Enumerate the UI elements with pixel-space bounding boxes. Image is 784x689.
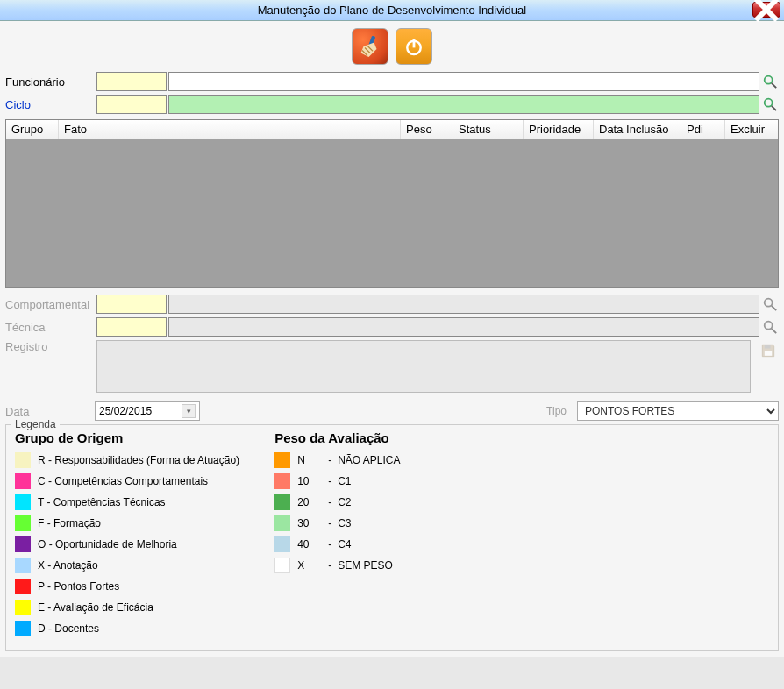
- color-swatch: [15, 515, 31, 531]
- legend-item-label: E - Avaliação de Eficácia: [38, 601, 153, 614]
- clean-button[interactable]: [352, 28, 388, 65]
- color-swatch: [274, 558, 290, 573]
- ciclo-row: Ciclo: [5, 95, 779, 114]
- legend-peso-item: 20-C2: [274, 494, 400, 510]
- search-icon: [762, 319, 778, 335]
- col-prioridade[interactable]: Prioridade: [524, 120, 594, 139]
- search-icon: [762, 296, 778, 312]
- funcionario-search-button[interactable]: [761, 72, 779, 91]
- color-swatch: [15, 473, 31, 489]
- peso-code: N: [297, 454, 322, 466]
- col-grupo[interactable]: Grupo: [6, 120, 59, 139]
- svg-line-4: [772, 83, 776, 88]
- comportamental-code-input[interactable]: [96, 295, 167, 314]
- color-swatch: [274, 536, 290, 552]
- save-button[interactable]: [758, 340, 779, 361]
- calendar-dropdown-icon[interactable]: ▾: [182, 404, 196, 418]
- legend-item-label: C - Competências Comportamentais: [38, 475, 208, 487]
- col-fato[interactable]: Fato: [59, 120, 401, 139]
- col-pdi[interactable]: Pdi: [681, 120, 725, 139]
- legend-item-label: R - Responsabilidades (Forma de Atuação): [38, 454, 239, 466]
- tecnica-name-input: [168, 317, 759, 337]
- ciclo-label: Ciclo: [5, 98, 95, 111]
- color-swatch: [274, 473, 290, 489]
- broom-icon: [357, 33, 383, 60]
- registro-textarea: [96, 340, 751, 393]
- col-excluir[interactable]: Excluir: [725, 120, 778, 139]
- tecnica-search-button[interactable]: [761, 317, 779, 337]
- tipo-label: Tipo: [546, 405, 567, 417]
- col-data-inclusao[interactable]: Data Inclusão: [594, 120, 681, 139]
- svg-line-8: [772, 306, 776, 310]
- funcionario-label: Funcionário: [5, 75, 95, 89]
- tecnica-code-input[interactable]: [96, 317, 167, 337]
- legend-origem-item: O - Oportunidade de Melhoria: [15, 536, 239, 552]
- registro-row: Registro: [5, 340, 779, 393]
- legend-box: Legenda Grupo de Origem R - Responsabili…: [5, 424, 779, 651]
- peso-label: C2: [338, 496, 351, 508]
- color-swatch: [15, 558, 31, 573]
- legend-item-label: X - Anotação: [38, 559, 98, 572]
- toolbar: [5, 25, 779, 72]
- funcionario-code-input[interactable]: [96, 72, 167, 91]
- color-swatch: [274, 452, 290, 468]
- peso-code: 40: [297, 538, 322, 550]
- color-swatch: [15, 452, 31, 468]
- color-swatch: [15, 536, 31, 552]
- legend-origem-item: R - Responsabilidades (Forma de Atuação): [15, 452, 239, 468]
- power-button[interactable]: [396, 28, 432, 65]
- legend-origem-item: F - Formação: [15, 515, 239, 531]
- color-swatch: [15, 600, 31, 615]
- registro-label: Registro: [5, 340, 95, 353]
- legend-peso-item: 40-C4: [274, 536, 400, 552]
- peso-label: NÃO APLICA: [338, 454, 400, 466]
- color-swatch: [274, 494, 290, 510]
- ciclo-code-input[interactable]: [96, 95, 167, 114]
- data-grid[interactable]: Grupo Fato Peso Status Prioridade Data I…: [5, 119, 779, 288]
- data-label: Data: [5, 405, 95, 418]
- legend-origem-item: D - Docentes: [15, 621, 239, 636]
- legend-peso-item: N-NÃO APLICA: [274, 452, 400, 468]
- funcionario-name-input[interactable]: [168, 72, 759, 91]
- bottom-row: Data 25/02/2015 ▾ Tipo PONTOS FORTES: [5, 401, 779, 421]
- color-swatch: [15, 494, 31, 510]
- tecnica-row: Técnica: [5, 317, 779, 337]
- comportamental-search-button[interactable]: [761, 295, 779, 314]
- dash: -: [322, 496, 338, 508]
- grid-header: Grupo Fato Peso Status Prioridade Data I…: [6, 120, 778, 139]
- legend-columns: Grupo de Origem R - Responsabilidades (F…: [15, 430, 769, 642]
- legend-peso-item: 30-C3: [274, 515, 400, 531]
- tipo-select[interactable]: PONTOS FORTES: [577, 401, 779, 421]
- dash: -: [322, 559, 338, 572]
- peso-label: C1: [338, 475, 351, 487]
- legend-item-label: T - Competências Técnicas: [38, 496, 166, 508]
- floppy-icon: [759, 342, 777, 359]
- ciclo-name-input[interactable]: [168, 95, 759, 114]
- dash: -: [322, 475, 338, 487]
- col-peso[interactable]: Peso: [401, 120, 453, 139]
- grid-body[interactable]: [6, 139, 778, 287]
- close-icon: [753, 0, 780, 23]
- legend-title: Legenda: [11, 418, 60, 430]
- col-status[interactable]: Status: [453, 120, 524, 139]
- svg-point-3: [765, 76, 773, 84]
- legend-item-label: O - Oportunidade de Melhoria: [38, 538, 177, 550]
- legend-item-label: D - Docentes: [38, 622, 99, 635]
- svg-line-6: [772, 106, 776, 110]
- close-button[interactable]: [752, 2, 780, 18]
- dash: -: [322, 517, 338, 529]
- legend-origem-item: X - Anotação: [15, 558, 239, 573]
- peso-code: 20: [297, 496, 322, 508]
- peso-code: 30: [297, 517, 322, 529]
- data-date-picker[interactable]: 25/02/2015 ▾: [95, 401, 200, 421]
- svg-point-5: [765, 99, 773, 107]
- svg-point-7: [765, 299, 773, 307]
- search-icon: [762, 74, 778, 89]
- color-swatch: [274, 515, 290, 531]
- titlebar: Manutenção do Plano de Desenvolvimento I…: [0, 0, 784, 21]
- legend-peso-item: 10-C1: [274, 473, 400, 489]
- legend-origem-item: C - Competências Comportamentais: [15, 473, 239, 489]
- ciclo-search-button[interactable]: [761, 95, 779, 114]
- svg-point-9: [765, 322, 773, 330]
- legend-origem-item: E - Avaliação de Eficácia: [15, 600, 239, 615]
